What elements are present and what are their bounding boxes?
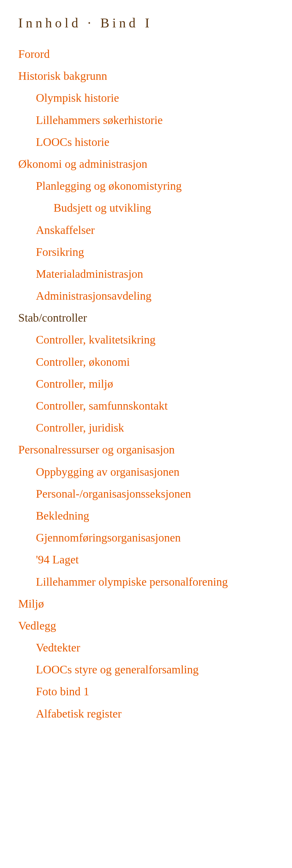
toc-entry[interactable]: Forsikring (36, 241, 280, 263)
toc-entry: Stab/controller (18, 307, 280, 329)
toc-entry[interactable]: Olympisk historie (36, 87, 280, 109)
toc-entry[interactable]: Oppbygging av organisasjonen (36, 461, 280, 483)
toc-entry[interactable]: LOOCs styre og generalforsamling (36, 658, 280, 680)
toc-entry[interactable]: LOOCs historie (36, 131, 280, 153)
toc-entry-label: Controller, miljø (36, 377, 113, 390)
toc-entry[interactable]: Forord (18, 43, 280, 65)
toc-entry[interactable]: Personal-/organisasjonsseksjonen (36, 483, 280, 505)
toc-entry[interactable]: Bekledning (36, 505, 280, 527)
page-title: Innhold · Bind I (18, 15, 280, 31)
toc-entry-label: Stab/controller (18, 311, 87, 324)
toc-entry-label: Olympisk historie (36, 91, 119, 104)
toc-entry[interactable]: Historisk bakgrunn (18, 65, 280, 87)
toc-entry[interactable]: Controller, kvalitetsikring (36, 329, 280, 350)
toc-entry-label: Controller, samfunnskontakt (36, 399, 168, 412)
toc-entry[interactable]: Vedlegg (18, 615, 280, 637)
toc-entry[interactable]: Personalressurser og organisasjon (18, 439, 280, 461)
toc-entry-label: Vedlegg (18, 619, 56, 632)
toc-entry[interactable]: Controller, miljø (36, 373, 280, 395)
toc-entry-label: Vedtekter (36, 641, 80, 654)
toc-entry[interactable]: Lillehammers søkerhistorie (36, 109, 280, 131)
toc-entry-label: LOOCs historie (36, 135, 110, 148)
toc-entry[interactable]: Controller, juridisk (36, 416, 280, 439)
toc-list: ForordHistorisk bakgrunnOlympisk histori… (18, 43, 280, 724)
toc-entry[interactable]: Budsjett og utvikling (53, 197, 280, 219)
toc-entry-label: Bekledning (36, 509, 89, 522)
toc-entry[interactable]: Materialadministrasjon (36, 263, 280, 285)
toc-entry[interactable]: Gjennomføringsorganisasjonen (36, 527, 280, 549)
toc-entry-label: Anskaffelser (36, 223, 95, 236)
toc-entry-label: Administrasjonsavdeling (36, 289, 151, 302)
toc-entry[interactable]: Foto bind 1 (36, 680, 280, 702)
toc-entry-label: Foto bind 1 (36, 685, 89, 698)
toc-entry[interactable]: Controller, økonomi (36, 351, 280, 373)
toc-entry-label: Forord (18, 48, 49, 60)
toc-entry[interactable]: Controller, samfunnskontakt (36, 395, 280, 416)
page-container: Innhold · Bind I ForordHistorisk bakgrun… (0, 0, 292, 737)
toc-entry-label: Alfabetisk register (36, 707, 122, 720)
toc-entry[interactable]: Anskaffelser (36, 219, 280, 241)
toc-entry-label: Controller, økonomi (36, 355, 130, 368)
toc-entry-label: Økonomi og administrasjon (18, 157, 147, 170)
toc-entry-label: Controller, juridisk (36, 421, 124, 434)
toc-entry-label: Forsikring (36, 246, 84, 258)
toc-entry-label: Gjennomføringsorganisasjonen (36, 531, 181, 544)
toc-entry[interactable]: Planlegging og økonomistyring (36, 175, 280, 197)
toc-entry-label: Budsjett og utvikling (53, 201, 151, 214)
toc-entry-label: Miljø (18, 597, 44, 610)
toc-entry-label: Lillehammers søkerhistorie (36, 114, 163, 126)
toc-entry-label: Personalressurser og organisasjon (18, 443, 175, 456)
toc-entry[interactable]: Administrasjonsavdeling (36, 285, 280, 307)
toc-entry[interactable]: '94 Laget (36, 549, 280, 570)
toc-entry[interactable]: Vedtekter (36, 637, 280, 658)
toc-entry-label: Materialadministrasjon (36, 268, 143, 280)
toc-entry-label: Oppbygging av organisasjonen (36, 465, 179, 478)
toc-entry[interactable]: Miljø (18, 593, 280, 615)
toc-entry-label: '94 Laget (36, 553, 79, 566)
toc-entry-label: Planlegging og økonomistyring (36, 179, 182, 192)
toc-entry-label: Lillehammer olympiske personalforening (36, 575, 228, 588)
toc-entry-label: LOOCs styre og generalforsamling (36, 663, 198, 676)
toc-entry[interactable]: Økonomi og administrasjon (18, 153, 280, 175)
toc-entry[interactable]: Alfabetisk register (36, 703, 280, 724)
toc-entry-label: Historisk bakgrunn (18, 69, 107, 82)
toc-entry-label: Personal-/organisasjonsseksjonen (36, 487, 191, 500)
toc-entry[interactable]: Lillehammer olympiske personalforening (36, 571, 280, 593)
toc-entry-label: Controller, kvalitetsikring (36, 333, 155, 346)
